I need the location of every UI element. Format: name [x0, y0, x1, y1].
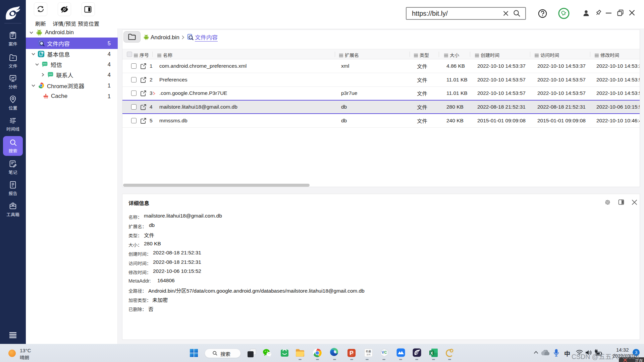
svg-text:P: P [350, 350, 353, 356]
svg-text:文档: 文档 [366, 353, 370, 356]
svg-text:石墨: 石墨 [366, 349, 371, 353]
svg-text:X: X [430, 351, 433, 356]
svg-text:C: C [384, 350, 387, 354]
